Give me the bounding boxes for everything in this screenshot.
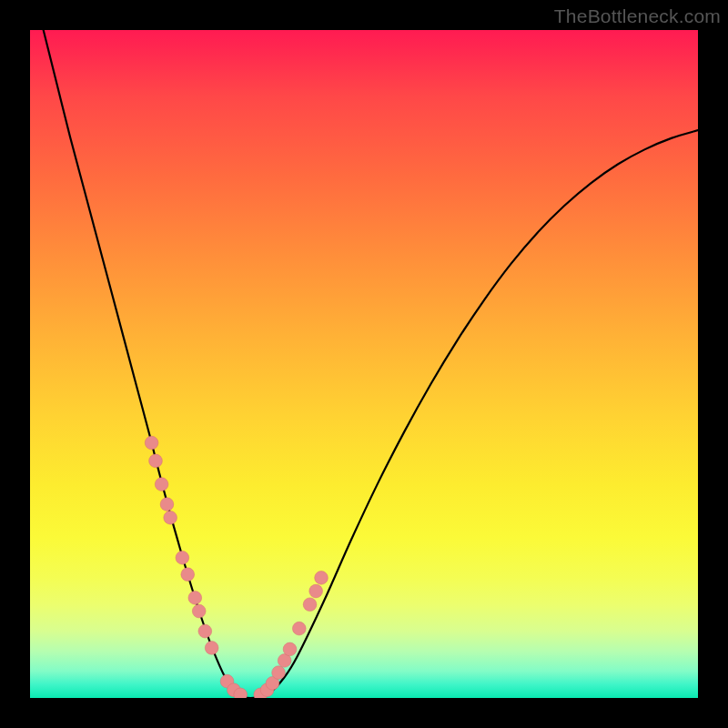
data-marker [149, 454, 163, 468]
data-marker [272, 666, 286, 680]
data-marker [309, 584, 323, 598]
data-marker [192, 604, 206, 618]
data-marker [164, 511, 177, 524]
data-marker [181, 568, 195, 581]
data-marker [283, 642, 297, 656]
bottleneck-chart [30, 30, 698, 698]
outer-frame: TheBottleneck.com [0, 0, 728, 728]
bottleneck-curve [30, 30, 698, 698]
data-marker [160, 498, 174, 511]
data-marker [292, 622, 306, 635]
plot-area [30, 30, 698, 698]
data-marker [145, 436, 158, 450]
data-marker [155, 478, 168, 491]
data-marker [188, 592, 202, 605]
data-marker [198, 624, 212, 638]
data-marker [303, 598, 317, 612]
data-marker [315, 571, 329, 585]
data-marker [205, 642, 218, 655]
watermark-text: TheBottleneck.com [554, 5, 721, 27]
data-marker [176, 551, 189, 565]
